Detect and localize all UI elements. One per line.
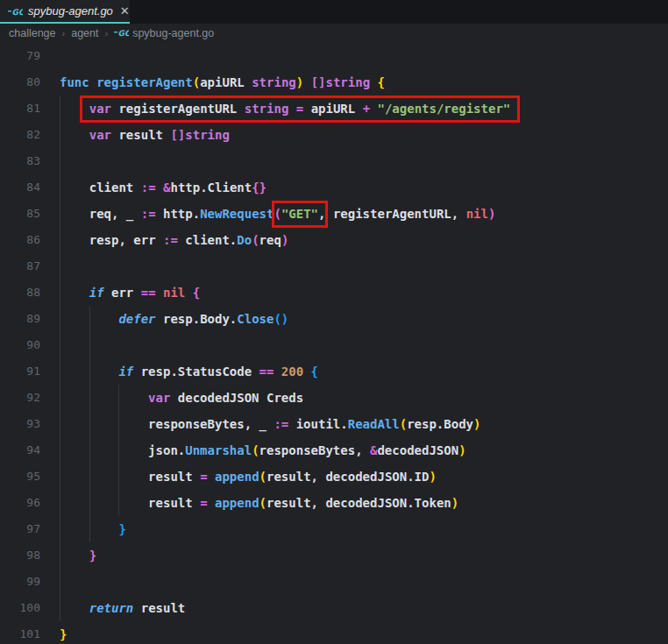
- code-token: var: [89, 128, 111, 142]
- code-token: client: [89, 180, 141, 195]
- close-icon[interactable]: ✕: [118, 4, 131, 18]
- code-token: [237, 102, 244, 116]
- code-token: (: [259, 470, 266, 484]
- go-file-icon: GO: [114, 27, 129, 39]
- code-line[interactable]: 96result = append(result, decodedJSON.To…: [0, 490, 668, 516]
- code-line[interactable]: 86resp, err := client.Do(req): [0, 227, 668, 253]
- code-text: if err == nil {: [60, 286, 200, 300]
- indent-guide-icon: [89, 358, 119, 385]
- code-token: =: [296, 102, 303, 116]
- code-token: [156, 286, 163, 300]
- svg-text:GO: GO: [12, 8, 24, 17]
- line-number: 99: [0, 569, 40, 595]
- code-token: apiURL: [200, 75, 252, 89]
- code-line[interactable]: 97}: [0, 516, 668, 542]
- tab-spybug-agent[interactable]: GO spybug-agent.go ✕: [0, 0, 130, 24]
- code-token: :=: [163, 233, 178, 247]
- code-token: {: [311, 364, 318, 379]
- code-token: req, _: [89, 207, 141, 221]
- code-text: [60, 575, 89, 589]
- line-number: 89: [0, 306, 40, 332]
- code-token: ReadAll: [348, 417, 400, 431]
- code-token: append: [215, 470, 259, 484]
- code-token: responseBytes,: [259, 443, 370, 457]
- code-token: defer: [118, 312, 155, 326]
- indent-guide-icon: [60, 464, 89, 490]
- breadcrumb-item-agent[interactable]: agent: [71, 27, 98, 39]
- indent-guide-icon: [60, 516, 89, 542]
- code-line[interactable]: 79: [0, 43, 668, 69]
- code-token: {: [378, 75, 385, 89]
- code-token: result: [148, 496, 200, 510]
- code-line[interactable]: 90: [0, 332, 668, 358]
- line-number: 101: [0, 621, 40, 644]
- code-token: decodedJSON Creds: [170, 391, 303, 405]
- line-number: 95: [0, 464, 40, 490]
- code-token: :=: [274, 417, 288, 431]
- code-token: NewRequest: [200, 207, 274, 221]
- code-editor[interactable]: 7980func registerAgent(apiURL string) []…: [0, 43, 668, 644]
- code-token: [274, 364, 281, 379]
- code-line[interactable]: 98}: [0, 542, 668, 569]
- indent-guide-icon: [118, 437, 148, 464]
- indent-guide-icon: [60, 332, 89, 358]
- code-token: client.: [178, 233, 237, 247]
- indent-guide-icon: [60, 490, 89, 516]
- code-line[interactable]: 93responseBytes, _ := ioutil.ReadAll(res…: [0, 411, 668, 437]
- indent-guide-icon: [60, 201, 89, 227]
- code-text: responseBytes, _ := ioutil.ReadAll(resp.…: [60, 417, 480, 431]
- code-text: return result: [60, 601, 185, 615]
- code-token: req: [259, 233, 281, 247]
- code-line[interactable]: 92var decodedJSON Creds: [0, 385, 668, 411]
- code-line[interactable]: 94json.Unmarshal(responseBytes, &decoded…: [0, 437, 668, 464]
- code-token: (: [400, 417, 407, 431]
- code-line[interactable]: 84client := &http.Client{}: [0, 174, 668, 201]
- indent-guide-icon: [60, 227, 89, 253]
- indent-guide-icon: [60, 569, 89, 595]
- line-number: 81: [0, 96, 40, 122]
- code-line[interactable]: 83: [0, 148, 668, 174]
- line-number: 100: [0, 595, 40, 621]
- code-token: ): [281, 233, 288, 247]
- code-token: []string: [311, 75, 370, 89]
- code-token: responseBytes, _: [148, 417, 274, 431]
- indent-guide-icon: [60, 542, 89, 569]
- code-token: (: [252, 443, 259, 457]
- code-line[interactable]: 100return result: [0, 595, 668, 621]
- indent-guide-icon: [60, 148, 89, 174]
- code-token: [370, 75, 377, 89]
- code-line[interactable]: 95result = append(result, decodedJSON.ID…: [0, 464, 668, 490]
- line-number: 90: [0, 332, 40, 358]
- code-line[interactable]: 99: [0, 569, 668, 595]
- code-token: registerAgent: [96, 75, 193, 89]
- indent-guide-icon: [89, 411, 119, 437]
- code-token: result: [148, 470, 200, 484]
- code-token: :=: [141, 180, 156, 195]
- code-token: Unmarshal: [185, 443, 252, 457]
- code-line[interactable]: 82var result []string: [0, 122, 668, 148]
- code-line[interactable]: 91if resp.StatusCode == 200 {: [0, 358, 668, 385]
- code-line[interactable]: 80func registerAgent(apiURL string) []st…: [0, 69, 668, 96]
- line-number: 88: [0, 280, 40, 306]
- indent-guide-icon: [118, 411, 148, 437]
- indent-guide-icon: [89, 516, 119, 542]
- code-line[interactable]: 89defer resp.Body.Close(): [0, 306, 668, 332]
- indent-guide-icon: [89, 437, 119, 464]
- code-text: client := &http.Client{}: [60, 180, 266, 195]
- code-line[interactable]: 88if err == nil {: [0, 280, 668, 306]
- code-token: [303, 364, 310, 379]
- code-token: }: [89, 548, 96, 563]
- code-token: [355, 102, 362, 116]
- annotation-red-box: var registerAgentURL string = apiURL + "…: [80, 96, 521, 123]
- code-token: ): [429, 470, 436, 484]
- code-token: Close: [237, 312, 274, 326]
- code-line[interactable]: 87: [0, 253, 668, 280]
- breadcrumb-item-challenge[interactable]: challenge: [9, 27, 56, 39]
- code-line[interactable]: 85req, _ := http.NewRequest("GET", regis…: [0, 201, 668, 227]
- code-line[interactable]: 101}: [0, 621, 668, 644]
- code-line[interactable]: 81var registerAgentURL string = apiURL +…: [0, 96, 668, 122]
- code-text: resp, err := client.Do(req): [60, 233, 288, 247]
- code-token: return: [89, 601, 134, 615]
- code-token: 200: [281, 364, 303, 379]
- breadcrumb-item-file[interactable]: GO spybug-agent.go: [114, 27, 214, 39]
